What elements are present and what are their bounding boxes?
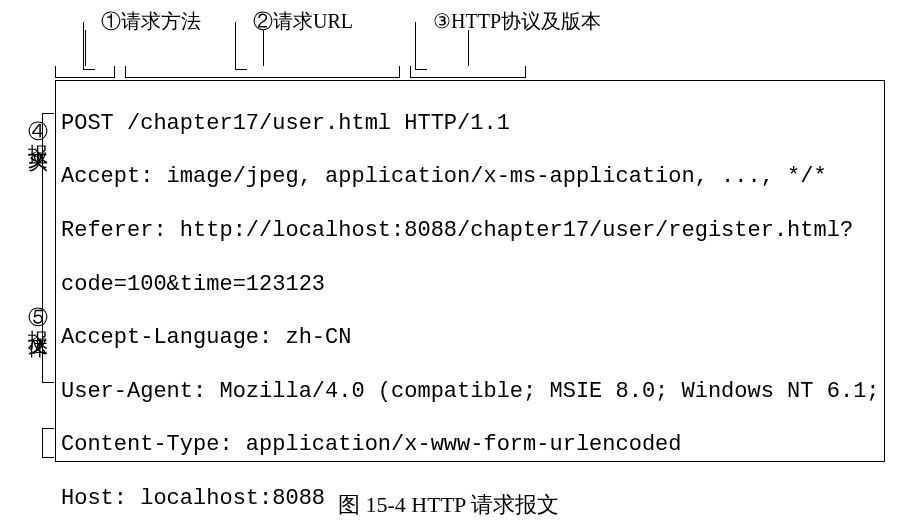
http-request-box: POST /chapter17/user.html HTTP/1.1 Accep… [55,80,885,462]
header-referer-cont: code=100&time=123123 [61,272,879,299]
header-accept: Accept: image/jpeg, application/x-ms-app… [61,164,879,191]
label-request-url: ②请求URL [253,8,353,35]
bracket-header-icon [42,113,54,383]
connector-line [468,30,469,66]
header-referer: Referer: http://localhost:8088/chapter17… [61,218,879,245]
figure-caption: 图 15-4 HTTP 请求报文 [0,490,897,520]
label-http-protocol: ③HTTP协议及版本 [433,8,601,35]
top-annotation-row: ①请求方法 ②请求URL ③HTTP协议及版本 [55,8,605,56]
connector-line [263,30,264,66]
bracket-body-icon [42,428,54,458]
header-accept-language: Accept-Language: zh-CN [61,325,879,352]
header-content-type: Content-Type: application/x-www-form-url… [61,432,879,459]
bracket-icon [415,22,427,70]
bracket-method [55,66,115,78]
connector-line [85,30,86,66]
bracket-protocol [410,66,526,78]
bracket-url [125,66,400,78]
request-line: POST /chapter17/user.html HTTP/1.1 [61,111,879,138]
header-user-agent: User-Agent: Mozilla/4.0 (compatible; MSI… [61,379,879,406]
bracket-icon [235,22,247,70]
label-request-method: ①请求方法 [101,8,201,35]
